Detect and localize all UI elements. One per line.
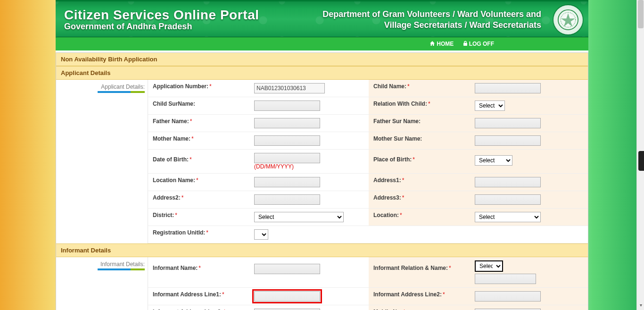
top-navbar: HOME LOG OFF — [56, 37, 588, 50]
informant-addr2-label: Informant Address Line2: — [373, 291, 442, 298]
informant-side-label: Informant Details: — [100, 261, 145, 268]
informant-side-label-col: Informant Details: — [56, 257, 148, 310]
applicant-section-bar: Applicant Details — [56, 66, 588, 80]
department-line2: Village Secretariats / Ward Secretariats — [322, 20, 541, 31]
informant-section-bar: Informant Details — [56, 243, 588, 257]
location-name-label: Location Name: — [153, 177, 195, 184]
mother-name-label: Mother Name: — [153, 135, 190, 142]
lock-icon — [463, 38, 468, 51]
page-container: Citizen Services Online Portal Governmen… — [56, 0, 588, 310]
address3-label: Address3: — [373, 194, 401, 201]
application-number-input[interactable] — [254, 83, 325, 93]
father-surname-input[interactable] — [475, 118, 541, 128]
child-name-input[interactable] — [475, 83, 541, 93]
informant-addr2-input[interactable] — [475, 291, 541, 302]
applicant-side-label: Applicant Details: — [101, 84, 145, 90]
decorative-underline — [98, 268, 145, 270]
page-title-bar: Non Availability Birth Application — [56, 53, 588, 66]
location-select[interactable]: Select — [475, 212, 541, 222]
logoff-link-label: LOG OFF — [469, 41, 494, 47]
dob-input[interactable] — [254, 153, 320, 163]
logoff-link[interactable]: LOG OFF — [463, 41, 494, 47]
department-name: Department of Gram Volunteers / Ward Vol… — [322, 9, 541, 30]
side-tab-handle[interactable] — [638, 151, 644, 171]
informant-addr1-label: Informant Address Line1: — [153, 291, 221, 298]
informant-name-label: Informant Name: — [153, 265, 198, 271]
father-surname-label: Father Sur Name: — [373, 118, 421, 125]
department-line1: Department of Gram Volunteers / Ward Vol… — [322, 9, 541, 20]
scrollbar-thumb[interactable] — [638, 0, 644, 28]
father-name-input[interactable] — [254, 118, 320, 128]
informant-addr1-input[interactable] — [254, 291, 320, 302]
mother-surname-label: Mother Sur Name: — [373, 135, 422, 142]
address3-input[interactable] — [475, 194, 541, 205]
informant-relation-name-input[interactable] — [475, 274, 536, 284]
header-banner: Citizen Services Online Portal Governmen… — [56, 0, 588, 37]
dob-format-hint: (DD/MM/YYYY) — [254, 163, 294, 170]
home-link-label: HOME — [437, 41, 454, 47]
informant-form-area: Informant Details: Informant Name:* Info… — [56, 257, 588, 310]
mother-surname-input[interactable] — [475, 135, 541, 146]
address1-input[interactable] — [475, 177, 541, 187]
relation-with-child-select[interactable]: Select — [475, 101, 505, 111]
district-select[interactable]: Select — [254, 212, 344, 222]
district-label: District: — [153, 212, 174, 218]
address1-label: Address1: — [373, 177, 401, 184]
place-of-birth-select[interactable]: Select — [475, 155, 512, 166]
applicant-grid: Application Number:* Child Name:* Child … — [148, 80, 588, 243]
child-name-label: Child Name: — [373, 83, 406, 90]
dob-label: Date of Birth: — [153, 156, 189, 163]
registration-unit-select[interactable] — [254, 229, 268, 240]
content-panel: Non Availability Birth Application Appli… — [56, 52, 588, 310]
location-name-input[interactable] — [254, 177, 320, 187]
child-surname-label: Child SurName: — [153, 101, 195, 107]
home-icon — [429, 38, 435, 51]
registration-unit-label: Registration UnitId: — [153, 229, 205, 236]
address2-input[interactable] — [254, 194, 320, 205]
location-label: Location: — [373, 212, 399, 218]
relation-with-child-label: Relation With Child: — [373, 101, 427, 107]
father-name-label: Father Name: — [153, 118, 189, 125]
applicant-side-label-col: Applicant Details: — [56, 80, 148, 243]
informant-relation-label: Informant Relation & Name: — [373, 265, 448, 271]
informant-name-input[interactable] — [254, 264, 320, 274]
address2-label: Address2: — [153, 194, 181, 201]
child-surname-input[interactable] — [254, 101, 320, 111]
scrollbar-down-arrow-icon[interactable]: ▾ — [638, 302, 644, 309]
mother-name-input[interactable] — [254, 135, 320, 146]
place-of-birth-label: Place of Birth: — [373, 156, 412, 163]
state-seal-icon — [553, 5, 583, 34]
applicant-form-area: Applicant Details: Application Number:* … — [56, 80, 588, 243]
informant-relation-select[interactable]: Select — [475, 260, 503, 272]
application-number-label: Application Number: — [153, 83, 208, 90]
home-link[interactable]: HOME — [429, 41, 455, 47]
informant-grid: Informant Name:* Informant Relation & Na… — [148, 257, 588, 310]
decorative-underline — [98, 91, 145, 93]
svg-rect-2 — [463, 43, 467, 46]
